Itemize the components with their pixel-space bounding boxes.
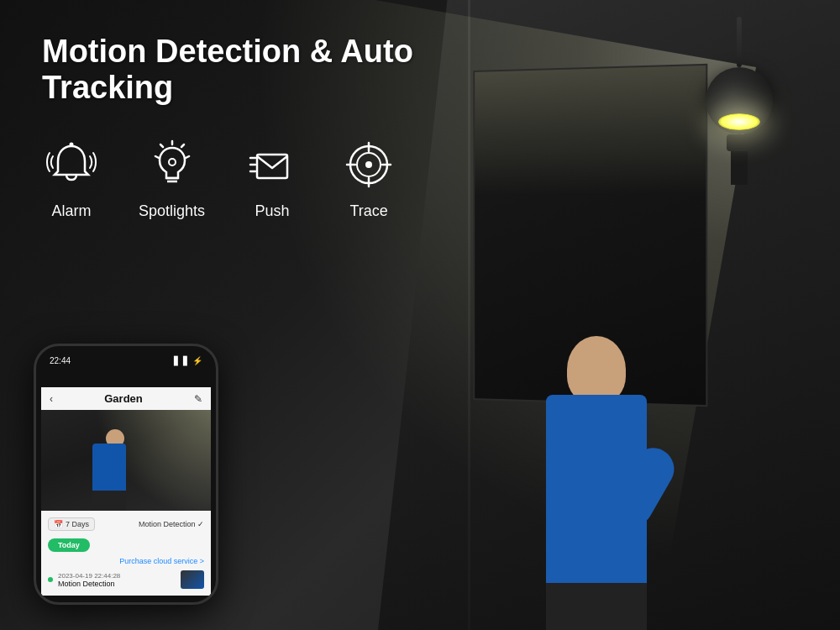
svg-point-0 [70,143,74,147]
phone-header: ‹ Garden ✎ [41,387,211,410]
svg-point-15 [365,161,372,168]
phone-mockup: 22:44 ▋ ▋ ⚡ ‹ Garden ✎ 📅 [34,344,218,605]
phone-edit-icon[interactable]: ✎ [194,393,202,405]
svg-line-8 [155,156,159,158]
phone-event-thumbnail [181,570,204,589]
phone-notch [101,369,151,384]
phone-event-time: 2023-04-19 22:44:28 [58,572,176,580]
push-label: Push [255,202,290,220]
svg-line-7 [186,156,189,158]
phone-cloud-link[interactable]: Purchase cloud service > [48,557,204,565]
phone-camera-view [41,410,211,511]
features-row: Alarm [42,135,798,220]
phone-status-bar: 22:44 ▋ ▋ ⚡ [41,353,211,369]
page-title: Motion Detection & Auto Tracking [42,34,504,106]
phone-view-title: Garden [104,392,143,405]
alarm-icon [42,135,101,194]
trace-icon [339,135,398,194]
phone-container: 22:44 ▋ ▋ ⚡ ‹ Garden ✎ 📅 [34,344,218,605]
alarm-label: Alarm [51,202,91,220]
phone-event-row: 2023-04-19 22:44:28 Motion Detection [48,570,204,589]
phone-event-dot [48,577,53,582]
days-badge-text: 7 Days [66,520,89,528]
phone-event-info: 2023-04-19 22:44:28 Motion Detection [58,572,176,588]
feature-alarm: Alarm [42,135,101,220]
calendar-icon: 📅 [54,520,63,528]
spotlights-label: Spotlights [139,202,205,220]
svg-line-6 [160,144,163,147]
phone-person-silhouette [92,444,126,511]
svg-line-5 [181,144,184,147]
push-icon [243,135,302,194]
svg-rect-9 [257,155,287,178]
feature-spotlights: Spotlights [139,135,205,220]
phone-days-badge[interactable]: 📅 7 Days [48,517,95,531]
spotlights-icon [143,135,202,194]
feature-push: Push [243,135,302,220]
phone-motion-label: Motion Detection ✓ [139,520,204,528]
phone-today-button[interactable]: Today [48,538,90,552]
content-area: Motion Detection & Auto Tracking [0,0,840,630]
svg-point-3 [169,159,176,165]
phone-today-row: Today [48,536,204,557]
phone-time: 22:44 [50,356,71,365]
trace-label: Trace [349,202,387,220]
phone-bottom-panel: 📅 7 Days Motion Detection ✓ Today Purcha… [41,511,211,596]
phone-icons: ▋ ▋ ⚡ [174,356,202,365]
phone-days-row: 📅 7 Days Motion Detection ✓ [48,517,204,531]
phone-event-name: Motion Detection [58,580,176,588]
feature-trace: Trace [339,135,398,220]
phone-back-icon[interactable]: ‹ [50,393,53,405]
